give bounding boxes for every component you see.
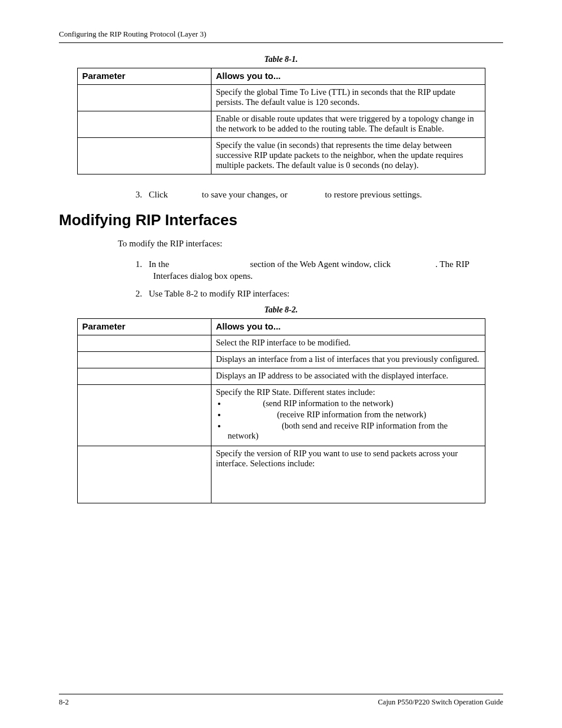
step-number: 3. <box>135 190 142 199</box>
desc-cell: Specify the RIP State. Different states … <box>211 385 485 446</box>
list-text: (both send and receive RIP information f… <box>228 421 448 440</box>
step-number: 2. <box>135 289 142 298</box>
desc-cell: Specify the global Time To Live (TTL) in… <box>211 85 485 111</box>
step-text-a: Click <box>149 190 170 199</box>
param-cell <box>77 335 211 352</box>
col-header-parameter: Parameter <box>77 319 211 335</box>
col-header-parameter: Parameter <box>77 68 211 85</box>
desc-cell: Specify the version of RIP you want to u… <box>211 446 485 503</box>
table-row: Specify the global Time To Live (TTL) in… <box>77 85 485 111</box>
table-8-1-caption: Table 8-1. <box>59 55 503 64</box>
desc-cell: Displays an IP address to be associated … <box>211 368 485 385</box>
list-text: (send RIP information to the network) <box>261 398 394 408</box>
table-row: Displays an interface from a list of int… <box>77 352 485 368</box>
table-row: Enable or disable route updates that wer… <box>77 111 485 138</box>
table-8-2-caption: Table 8-2. <box>59 305 503 315</box>
step-number: 1. <box>135 259 142 269</box>
table-row: Specify the version of RIP you want to u… <box>77 446 485 503</box>
desc-cell: Enable or disable route updates that wer… <box>211 111 485 138</box>
intro-text: To modify the RIP interfaces: <box>118 238 503 249</box>
step-2: 2. Use Table 8-2 to modify RIP interface… <box>135 288 503 299</box>
list-item: (receive RIP information from the networ… <box>227 410 480 420</box>
section-heading-modifying-rip-interfaces: Modifying RIP Interfaces <box>59 211 503 229</box>
rip-state-list: (send RIP information to the network) (r… <box>227 398 480 441</box>
table-8-1: Parameter Allows you to... Specify the g… <box>77 68 485 174</box>
param-cell <box>77 446 211 503</box>
rip-state-lead: Specify the RIP State. Different states … <box>216 387 375 397</box>
param-cell <box>77 385 211 446</box>
param-cell <box>77 85 211 111</box>
table-header-row: Parameter Allows you to... <box>77 319 485 335</box>
header-rule <box>59 42 503 43</box>
step-1: 1. In the section of the Web Agent windo… <box>135 258 503 282</box>
param-cell <box>77 368 211 385</box>
list-item: (send RIP information to the network) <box>227 398 480 409</box>
page-footer: 8-2 Cajun P550/P220 Switch Operation Gui… <box>59 694 503 707</box>
table-row: Specify the RIP State. Different states … <box>77 385 485 446</box>
step-text-a: In the <box>149 259 171 269</box>
table-8-2: Parameter Allows you to... Select the RI… <box>77 318 485 503</box>
step-text-c: to restore previous settings. <box>323 190 422 199</box>
running-header: Configuring the RIP Routing Protocol (La… <box>59 29 503 39</box>
footer-row: 8-2 Cajun P550/P220 Switch Operation Gui… <box>59 698 503 707</box>
desc-cell: Select the RIP interface to be modified. <box>211 335 485 352</box>
list-text: (receive RIP information from the networ… <box>275 410 427 419</box>
col-header-allows: Allows you to... <box>211 319 485 335</box>
desc-cell: Specify the value (in seconds) that repr… <box>211 138 485 174</box>
desc-cell: Displays an interface from a list of int… <box>211 352 485 368</box>
table-row: Displays an IP address to be associated … <box>77 368 485 385</box>
doc-title: Cajun P550/P220 Switch Operation Guide <box>378 698 504 707</box>
param-cell <box>77 138 211 174</box>
table-row: Specify the value (in seconds) that repr… <box>77 138 485 174</box>
col-header-allows: Allows you to... <box>211 68 485 85</box>
step-3: 3. Click to save your changes, or to res… <box>135 189 503 200</box>
page-number: 8-2 <box>59 698 69 707</box>
table-header-row: Parameter Allows you to... <box>77 68 485 85</box>
page: Configuring the RIP Routing Protocol (La… <box>0 0 562 728</box>
footer-rule <box>59 694 503 694</box>
step-text: Use Table 8-2 to modify RIP interfaces: <box>149 289 290 298</box>
list-item: (both send and receive RIP information f… <box>227 421 480 441</box>
step-text-b: section of the Web Agent window, click <box>248 259 393 269</box>
param-cell <box>77 111 211 138</box>
step-text-b: to save your changes, or <box>200 190 290 199</box>
param-cell <box>77 352 211 368</box>
table-row: Select the RIP interface to be modified. <box>77 335 485 352</box>
